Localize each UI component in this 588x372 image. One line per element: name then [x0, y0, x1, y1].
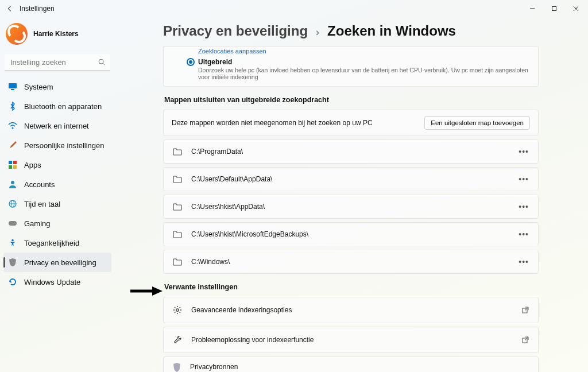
- nav-label: Gaming: [24, 219, 51, 228]
- sidebar: Harrie Kisters Systeem Bluetooth en appa…: [0, 17, 115, 372]
- svg-rect-6: [9, 83, 17, 88]
- nav-label: Netwerk en internet: [24, 122, 89, 130]
- sidebar-item-system[interactable]: Systeem: [3, 77, 111, 96]
- troubleshoot-link[interactable]: Probleemoplossing voor indexeerfunctie: [163, 327, 539, 353]
- update-icon: [8, 277, 17, 286]
- excluded-folder-row[interactable]: C:\Windows\ •••: [163, 250, 539, 274]
- close-button[interactable]: [565, 1, 587, 17]
- folder-path: C:\Users\Default\AppData\: [191, 175, 509, 183]
- nav: Systeem Bluetooth en apparaten Netwerk e…: [3, 77, 111, 292]
- svg-point-18: [11, 239, 14, 242]
- external-link-icon: [522, 336, 529, 343]
- svg-rect-7: [11, 89, 14, 90]
- folder-icon: [173, 258, 182, 266]
- gamepad-icon: [8, 219, 17, 228]
- search-icon: [98, 58, 106, 66]
- advanced-indexing-link[interactable]: Geavanceerde indexeringsopties: [163, 297, 539, 323]
- more-icon[interactable]: •••: [519, 230, 529, 239]
- nav-label: Windows Update: [24, 278, 80, 286]
- nav-label: Toegankelijkheid: [24, 239, 79, 247]
- search-input[interactable]: [5, 54, 110, 71]
- exclude-note: Deze mappen worden niet meegenomen bij h…: [172, 119, 373, 127]
- svg-rect-11: [9, 165, 12, 169]
- maximize-button[interactable]: [543, 1, 565, 17]
- wrench-icon: [173, 335, 182, 344]
- sidebar-item-bluetooth[interactable]: Bluetooth en apparaten: [3, 96, 111, 116]
- nav-label: Privacy en beveiliging: [24, 258, 96, 267]
- bluetooth-icon: [8, 102, 17, 111]
- sidebar-item-time[interactable]: Tijd en taal: [3, 194, 111, 214]
- radio-selected-icon[interactable]: [187, 58, 195, 66]
- svg-line-5: [103, 63, 105, 65]
- sidebar-item-privacy[interactable]: Privacy en beveiliging: [3, 253, 111, 272]
- nav-label: Accounts: [24, 180, 55, 189]
- excluded-folder-row[interactable]: C:\Users\hkist\MicrosoftEdgeBackups\ •••: [163, 222, 539, 246]
- excluded-folder-row[interactable]: C:\Users\hkist\AppData\ •••: [163, 195, 539, 219]
- breadcrumb-parent[interactable]: Privacy en beveiliging: [163, 23, 308, 39]
- accessibility-icon: [8, 238, 17, 247]
- more-icon[interactable]: •••: [519, 147, 529, 156]
- folder-icon: [173, 148, 182, 156]
- apps-icon: [8, 160, 17, 169]
- add-excluded-folder-button[interactable]: Een uitgesloten map toevoegen: [424, 116, 530, 130]
- user-name: Harrie Kisters: [33, 30, 79, 38]
- user-block[interactable]: Harrie Kisters: [3, 21, 111, 52]
- external-link-icon: [522, 307, 529, 313]
- folder-path: C:\Windows\: [191, 258, 509, 266]
- folder-path: C:\Users\hkist\MicrosoftEdgeBackups\: [191, 230, 509, 238]
- nav-label: Persoonlijke instellingen: [24, 141, 104, 150]
- svg-rect-1: [552, 7, 556, 11]
- globe-icon: [8, 199, 17, 208]
- more-icon[interactable]: •••: [519, 175, 529, 184]
- sidebar-item-accounts[interactable]: Accounts: [3, 175, 111, 194]
- privacy-title: Privacybronnen: [190, 363, 412, 371]
- indexing-mode-card: Zoeklocaties aanpassen Uitgebreid Doorzo…: [163, 46, 539, 87]
- nav-label: Bluetooth en apparaten: [24, 102, 102, 111]
- breadcrumb-current: Zoeken in Windows: [327, 23, 456, 39]
- svg-point-8: [12, 127, 14, 129]
- sidebar-item-update[interactable]: Windows Update: [3, 272, 111, 292]
- more-icon[interactable]: •••: [519, 202, 529, 211]
- shield-icon: [8, 258, 17, 267]
- extended-option-title: Uitgebreid: [198, 58, 530, 66]
- nav-label: Systeem: [24, 83, 53, 91]
- svg-point-21: [176, 309, 179, 311]
- wifi-icon: [8, 121, 17, 130]
- exclude-header-card: Deze mappen worden niet meegenomen bij h…: [163, 110, 539, 136]
- link-label: Probleemoplossing voor indexeerfunctie: [191, 336, 513, 344]
- svg-rect-12: [13, 165, 17, 169]
- minimize-button[interactable]: [521, 1, 543, 17]
- folder-path: C:\ProgramData\: [191, 148, 509, 156]
- sidebar-item-apps[interactable]: Apps: [3, 155, 111, 175]
- avatar: [6, 23, 28, 45]
- sidebar-item-network[interactable]: Netwerk en internet: [3, 116, 111, 135]
- excluded-folder-row[interactable]: C:\ProgramData\ •••: [163, 140, 539, 164]
- folder-icon: [173, 203, 182, 211]
- folder-path: C:\Users\hkist\AppData\: [191, 203, 509, 211]
- sidebar-item-gaming[interactable]: Gaming: [3, 214, 111, 233]
- link-label: Geavanceerde indexeringsopties: [191, 306, 513, 314]
- shield-icon: [173, 363, 181, 372]
- svg-rect-10: [13, 161, 17, 164]
- excluded-folder-row[interactable]: C:\Users\Default\AppData\ •••: [163, 167, 539, 191]
- folder-icon: [173, 230, 182, 238]
- svg-rect-9: [9, 161, 12, 164]
- more-icon[interactable]: •••: [519, 257, 529, 266]
- extended-option-desc: Doorzoek uw hele pc (kan invloed hebben …: [198, 67, 530, 80]
- customize-locations-link[interactable]: Zoeklocaties aanpassen: [164, 46, 538, 55]
- back-button[interactable]: [6, 5, 14, 13]
- monitor-icon: [8, 82, 17, 91]
- sidebar-item-personalization[interactable]: Persoonlijke instellingen: [3, 135, 111, 155]
- brush-icon: [8, 141, 17, 150]
- search-box[interactable]: [5, 54, 110, 71]
- exclude-section-header: Mappen uitsluiten van uitgebreide zoekop…: [164, 96, 539, 104]
- svg-point-4: [99, 59, 103, 64]
- content-area: Privacy en beveiliging › Zoeken in Windo…: [115, 17, 588, 372]
- sidebar-item-accessibility[interactable]: Toegankelijkheid: [3, 233, 111, 253]
- breadcrumb: Privacy en beveiliging › Zoeken in Windo…: [163, 17, 539, 46]
- svg-rect-17: [9, 221, 17, 226]
- related-section-header: Verwante instellingen: [164, 283, 539, 291]
- svg-point-20: [189, 60, 192, 64]
- privacy-resources-card: Privacybronnen Over deze instellingen en…: [163, 356, 539, 372]
- folder-icon: [173, 175, 182, 183]
